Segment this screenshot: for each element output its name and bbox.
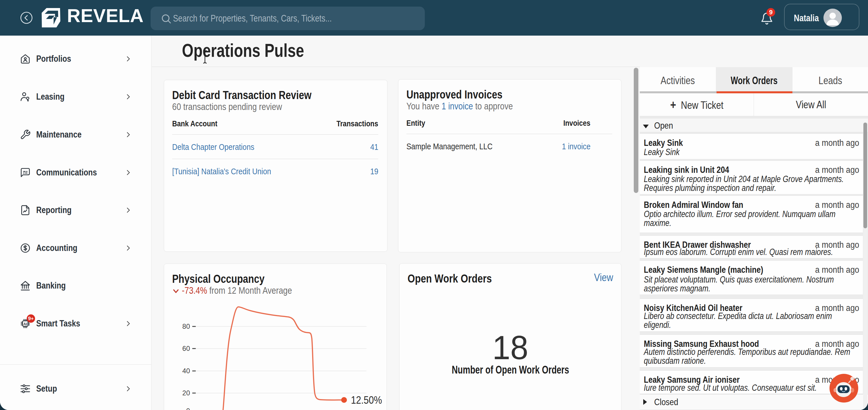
svg-text:12.50%: 12.50% bbox=[351, 394, 382, 406]
svg-text:80: 80 bbox=[182, 322, 190, 330]
svg-text:40: 40 bbox=[182, 367, 190, 375]
svg-text:60: 60 bbox=[182, 345, 190, 352]
svg-text:AI: AI bbox=[23, 322, 27, 326]
svg-text:20: 20 bbox=[182, 389, 190, 397]
svg-text:0: 0 bbox=[186, 407, 190, 410]
